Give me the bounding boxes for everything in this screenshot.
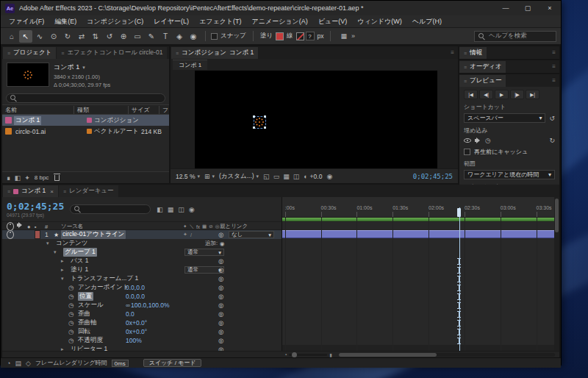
property-pickwhip-icon[interactable]: ◎ — [218, 257, 223, 265]
comp-mini-flowchart-icon[interactable]: ◧ — [157, 206, 163, 213]
frame-blending-icon[interactable]: ◫ — [178, 206, 184, 213]
chevron-down-icon[interactable]: ▾ — [82, 65, 85, 70]
menu-item-ファイル[interactable]: ファイル(F) — [4, 17, 49, 26]
zoom-slider-thumb[interactable] — [292, 352, 297, 357]
layer-color-chip[interactable] — [35, 230, 40, 239]
timeline-search-input[interactable] — [70, 204, 151, 214]
property-value-group[interactable]: ∞100.0,100.0% — [126, 301, 170, 310]
previous-frame-button[interactable]: ◀| — [479, 90, 493, 99]
tab-render-queue[interactable]: ≡レンダーキュー — [59, 185, 118, 197]
property-label[interactable]: スケール — [78, 301, 104, 310]
panel-menu-icon[interactable]: ≡ — [447, 49, 458, 56]
stopwatch-icon[interactable]: ◷ — [68, 336, 74, 345]
property-pickwhip-icon[interactable]: ◎ — [218, 292, 223, 301]
switches-modes-button[interactable]: スイッチ / モード — [143, 359, 202, 367]
property-row[interactable]: ▸塗り 1通常▾◎ — [2, 265, 282, 274]
next-frame-button[interactable]: |▶ — [510, 90, 524, 99]
camera-view-icon[interactable]: ◫ — [293, 173, 300, 180]
property-row[interactable]: ▾トランスフォーム...プ 1◎ — [2, 274, 282, 283]
twirl-right-icon[interactable]: ▸ — [61, 265, 64, 274]
stopwatch-icon[interactable]: ◷ — [68, 310, 74, 318]
menu-item-コンポジション[interactable]: コンポジション(C) — [82, 17, 148, 26]
current-time-indicator[interactable] — [459, 207, 460, 351]
timeline-horizontal-scrollbar[interactable] — [339, 353, 555, 357]
property-value[interactable]: 0.0,0.0 — [126, 293, 145, 300]
snap-checkbox[interactable] — [211, 33, 218, 40]
column-header-2[interactable]: サイズ — [128, 106, 159, 114]
shortcut-dropdown[interactable]: スペースバー▾ — [464, 113, 545, 123]
shy-icon[interactable]: ✦ — [183, 224, 187, 229]
quality-switch-icon[interactable]: ✦ — [183, 232, 187, 238]
panel-menu-icon[interactable]: ≡ — [548, 77, 559, 84]
layer-duration-bar[interactable] — [282, 230, 554, 238]
twirl-right-icon[interactable]: ▸ — [61, 257, 64, 265]
proxy-icon[interactable]: ◧ — [15, 174, 21, 182]
property-row[interactable]: ◷位置0.0,0.0◎ — [2, 292, 282, 301]
property-row[interactable]: ◷歪曲軸0x+0.0°◎ — [2, 318, 282, 327]
property-value-group[interactable]: 0.0,0.0 — [126, 283, 145, 292]
tab-timeline-comp1[interactable]: ≡コンポ 1× — [3, 185, 58, 197]
layer-visibility-eye-icon[interactable] — [7, 230, 14, 239]
property-row[interactable]: ◷スケール∞100.0,100.0%◎ — [2, 301, 282, 310]
grid-guides-dropdown[interactable]: ⊞▾ — [204, 173, 215, 180]
stroke-color-swatch[interactable] — [296, 32, 304, 40]
column-header-0[interactable]: 名前 — [2, 106, 74, 114]
property-value[interactable]: 0.0 — [126, 310, 135, 318]
property-label[interactable]: リピーター 1 — [71, 345, 107, 351]
property-value[interactable]: 100.0,100.0% — [131, 302, 169, 309]
pan-camera-tool-icon[interactable]: ⇄ — [75, 30, 88, 43]
menu-item-ヘルプ[interactable]: ヘルプ(H) — [407, 17, 447, 26]
play-button[interactable]: ▶ — [495, 90, 509, 99]
motion-blur-column-icon[interactable]: ▦ — [202, 224, 207, 229]
property-label[interactable]: 位置 — [78, 292, 93, 301]
graph-editor-icon[interactable]: ◇ — [26, 360, 31, 367]
include-video-eye-icon[interactable] — [464, 138, 471, 143]
stopwatch-icon[interactable]: ◷ — [68, 301, 74, 310]
range-dropdown[interactable]: ワークエリアと現在の時間▾ — [464, 170, 555, 179]
dolly-camera-tool-icon[interactable]: ⇅ — [89, 30, 102, 43]
tab-info[interactable]: ≡情報 — [459, 47, 487, 59]
property-label[interactable]: アンカーポイント — [78, 283, 129, 292]
maximize-button[interactable]: ▢ — [517, 1, 539, 15]
property-label[interactable]: パス 1 — [71, 257, 89, 265]
timeline-vertical-scrollbar[interactable] — [554, 197, 559, 351]
first-frame-button[interactable]: |◀ — [464, 90, 478, 99]
twirl-down-icon[interactable]: ▾ — [54, 248, 57, 257]
shape-tool-icon[interactable]: ▭ — [131, 30, 144, 43]
menu-item-編集[interactable]: 編集(E) — [49, 17, 82, 26]
effects-icon[interactable]: fx — [196, 224, 200, 229]
property-row[interactable]: ◷歪曲0.0◎ — [2, 310, 282, 318]
link-icon[interactable]: ∞ — [126, 302, 130, 309]
menu-item-エフェクト[interactable]: エフェクト(T) — [194, 17, 247, 26]
work-area-bar[interactable] — [282, 218, 554, 221]
home-tool-icon[interactable]: ⌂ — [5, 30, 18, 43]
tab-composition[interactable]: ≡ コンポジション コンポ 1 — [171, 47, 258, 59]
property-row[interactable]: ◷不透明度100%◎ — [2, 336, 282, 345]
collapse-switch-icon[interactable]: / — [190, 232, 192, 238]
property-value[interactable]: 100% — [126, 337, 142, 344]
tab-project[interactable]: ≡プロジェクト — [3, 47, 56, 59]
property-value-group[interactable]: 100% — [126, 336, 142, 345]
current-time-indicator-handle[interactable] — [457, 208, 461, 217]
selection-tool-icon[interactable]: ↖ — [19, 30, 32, 43]
orbit-camera-tool-icon[interactable]: ↻ — [61, 30, 74, 43]
property-label[interactable]: 塗り 1 — [71, 265, 88, 274]
bit-depth-label[interactable]: 8 bpc — [35, 174, 49, 181]
property-label[interactable]: コンテンツ — [56, 239, 88, 248]
interpret-footage-icon[interactable]: ∎ — [7, 174, 11, 182]
property-row[interactable]: ▸リピーター 1◎ — [2, 345, 282, 351]
pen-tool-icon[interactable]: ✎ — [145, 30, 158, 43]
transparency-grid-icon[interactable]: ▦ — [283, 173, 290, 180]
minimize-button[interactable]: — — [495, 1, 517, 15]
add-property-control[interactable]: 追加:◉ — [205, 239, 225, 248]
parent-dropdown[interactable]: なし▾ — [229, 231, 274, 238]
property-label[interactable]: 回転 — [78, 327, 90, 336]
include-overlays-icon[interactable]: ◷ — [485, 137, 491, 144]
property-pickwhip-icon[interactable]: ◎ — [218, 265, 223, 274]
rotation-tool-icon[interactable]: ↺ — [103, 30, 116, 43]
viewer-current-time[interactable]: 0;02;45;25 — [413, 173, 453, 180]
stopwatch-icon[interactable]: ◷ — [68, 327, 74, 336]
column-header-3[interactable]: フ — [159, 106, 169, 114]
zoom-out-mountain-icon[interactable]: ▪ — [285, 352, 287, 357]
tab-preview[interactable]: ≡プレビュー — [459, 75, 506, 87]
